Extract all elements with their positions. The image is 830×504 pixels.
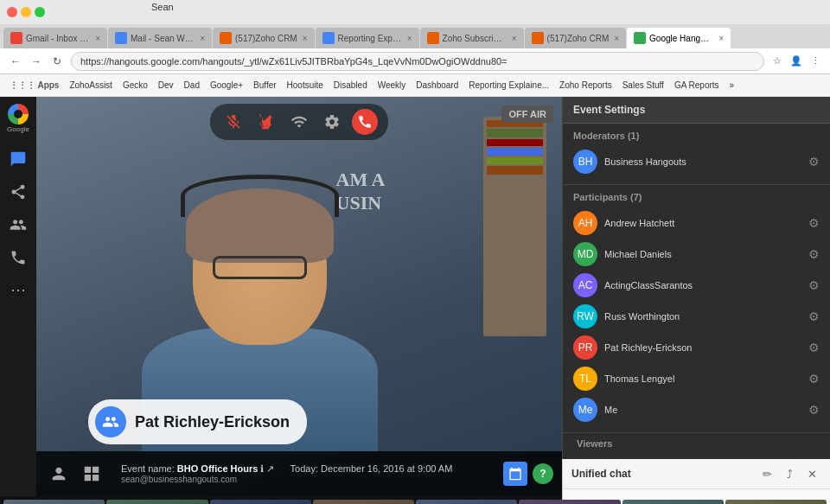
bm-disabled[interactable]: Disabled	[329, 79, 372, 92]
bookmark-icon[interactable]: ☆	[769, 54, 785, 69]
bottom-person-icon[interactable]	[45, 460, 73, 488]
participant-gear-russ[interactable]: ⚙	[808, 309, 820, 323]
thumb-pat[interactable]: Pat Richley-E...	[416, 500, 517, 505]
chat-header-icons: ✏ ⤴ ✕	[757, 464, 821, 483]
participant-row-michael[interactable]: MD Michael Daniels ⚙	[570, 239, 823, 270]
participant-name-acting: ActingClassSarantos	[604, 280, 801, 290]
moderator-row-business-hangouts[interactable]: BH Business Hangouts ⚙	[570, 146, 823, 177]
bm-dad[interactable]: Dad	[180, 79, 204, 92]
menu-icon[interactable]: ⋮	[808, 54, 823, 69]
moderator-name-bh: Business Hangouts	[604, 156, 801, 167]
bm-zoho-reports[interactable]: Zoho Reports	[555, 79, 616, 92]
sidebar-icon-chat[interactable]	[4, 145, 32, 173]
bm-hootsuite[interactable]: Hootsuite	[283, 79, 328, 92]
bm-ga[interactable]: GA Reports	[670, 79, 724, 92]
participant-gear-thomas[interactable]: ⚙	[808, 372, 820, 386]
thumb-russ[interactable]: Russ Worthington	[519, 500, 620, 505]
bm-sales[interactable]: Sales Stuff	[618, 79, 668, 92]
participant-row-russ[interactable]: RW Russ Worthington ⚙	[570, 301, 823, 332]
participant-gear-pat[interactable]: ⚙	[808, 341, 820, 354]
close-button[interactable]	[7, 7, 17, 17]
chat-share-icon[interactable]: ⤴	[780, 464, 799, 483]
tab-close-reporting[interactable]: ×	[407, 34, 412, 43]
forward-button[interactable]: →	[28, 53, 45, 70]
chat-title: Unified chat	[571, 468, 631, 480]
thumb-acting[interactable]: ActingClassSarantos	[3, 500, 105, 505]
participant-gear-acting[interactable]: ⚙	[808, 278, 820, 292]
participant-row-acting[interactable]: AC ActingClassSarantos ⚙	[570, 270, 823, 301]
participant-avatar-rw: RW	[573, 304, 597, 329]
participant-gear-michael[interactable]: ⚙	[808, 247, 820, 261]
moderator-gear-bh[interactable]: ⚙	[808, 155, 820, 169]
bm-googleplus[interactable]: Google+	[206, 79, 247, 92]
reload-button[interactable]: ↻	[48, 53, 66, 70]
bm-buffer[interactable]: Buffer	[249, 79, 281, 92]
sidebar-logo-area: Google	[7, 104, 29, 133]
sidebar-icon-more[interactable]: ⋯	[10, 280, 26, 299]
sidebar-icon-share[interactable]	[4, 178, 32, 206]
sidebar-icon-phone[interactable]	[4, 244, 32, 271]
bm-dev[interactable]: Dev	[154, 79, 178, 92]
video-mute-button[interactable]	[253, 109, 279, 135]
end-call-button[interactable]	[352, 109, 378, 135]
participant-row-thomas[interactable]: TL Thomas Lengyel ⚙	[570, 363, 823, 394]
bm-reporting[interactable]: Reporting Explaine...	[464, 79, 553, 92]
tab-label-zohocrm1: (517)Zoho CRM	[235, 34, 297, 43]
bm-dashboard[interactable]: Dashboard	[412, 79, 463, 92]
sidebar-icon-people[interactable]	[4, 211, 32, 239]
participant-name-russ: Russ Worthington	[604, 311, 801, 322]
tab-close-zohocrm1[interactable]: ×	[303, 34, 308, 43]
chat-compose-icon[interactable]: ✏	[757, 464, 776, 483]
bm-more[interactable]: »	[725, 79, 739, 92]
minimize-button[interactable]	[21, 7, 31, 17]
tab-zoho-sub[interactable]: Zoho Subscriptions ×	[420, 28, 524, 48]
participant-gear-andrew[interactable]: ⚙	[808, 216, 820, 230]
tab-zohocrm1[interactable]: (517)Zoho CRM ×	[213, 28, 315, 48]
participant-gear-me[interactable]: ⚙	[808, 403, 820, 417]
tab-close-zohocrm2[interactable]: ×	[614, 34, 619, 43]
tab-hangouts[interactable]: Google Hangouts ×	[627, 28, 731, 48]
google-g-inner	[14, 110, 22, 118]
external-link-icon[interactable]: ↗	[266, 463, 274, 474]
participant-row-andrew[interactable]: AH Andrew Hatchett ⚙	[570, 207, 823, 239]
participants-title: Participants (7)	[570, 192, 823, 202]
mic-mute-button[interactable]	[220, 109, 246, 135]
thumb-andrew[interactable]: Andrew Hatchett	[106, 500, 208, 505]
tab-zohocrm2[interactable]: (517)Zoho CRM ×	[525, 28, 627, 48]
tab-reporting[interactable]: Reporting Explained... ×	[316, 28, 419, 48]
maximize-button[interactable]	[35, 7, 45, 17]
off-air-badge[interactable]: OFF AIR	[501, 105, 553, 123]
tab-close-gmail[interactable]: ×	[95, 34, 100, 43]
bm-gecko[interactable]: Gecko	[118, 79, 152, 92]
url-bar[interactable]: https://hangouts.google.com/hangouts/_yt…	[71, 52, 764, 71]
tab-close-hangouts[interactable]: ×	[718, 34, 724, 43]
tab-close-zoho-sub[interactable]: ×	[512, 34, 517, 43]
settings-button[interactable]	[319, 109, 345, 135]
moderators-title: Moderators (1)	[570, 131, 823, 141]
thumb-business[interactable]: Business Hangouts	[210, 500, 311, 505]
bm-apps[interactable]: ⋮⋮⋮ Apps	[5, 79, 63, 92]
thumb-michael[interactable]: Michael Daniels	[313, 500, 414, 505]
tab-gmail[interactable]: Gmail - Inbox (1) - sean@bu... ×	[3, 28, 107, 48]
bottom-left-icons	[45, 460, 105, 488]
tab-mail[interactable]: Mail - Sean Whitely... ×	[108, 28, 212, 48]
bm-weekly[interactable]: Weekly	[374, 79, 411, 92]
thumb-thomas[interactable]: Thomas Lengyel	[622, 500, 724, 505]
back-button[interactable]: ←	[7, 53, 24, 70]
help-icon[interactable]: ?	[533, 463, 553, 484]
tab-close-mail[interactable]: ×	[200, 34, 205, 43]
calendar-icon[interactable]	[503, 462, 527, 486]
thumb-bg-business	[210, 500, 311, 505]
info-icon[interactable]: ℹ	[260, 463, 264, 474]
participant-row-pat[interactable]: PR Pat Richley-Erickson ⚙	[570, 332, 823, 363]
participant-row-me[interactable]: Me Me ⚙	[570, 394, 823, 425]
tab-label-zoho-sub: Zoho Subscriptions	[443, 34, 507, 43]
participant-name-pat: Pat Richley-Erickson	[604, 342, 801, 353]
chat-close-icon[interactable]: ✕	[802, 464, 821, 483]
thumb-sean[interactable]: Sean Whiteley	[725, 500, 827, 505]
tab-favicon-zohocrm2	[532, 32, 544, 44]
user-icon[interactable]: 👤	[788, 54, 804, 69]
bottom-layout-icon[interactable]	[78, 460, 105, 488]
bm-zohoassist[interactable]: ZohoAssist	[65, 79, 116, 92]
signal-icon	[286, 109, 312, 135]
